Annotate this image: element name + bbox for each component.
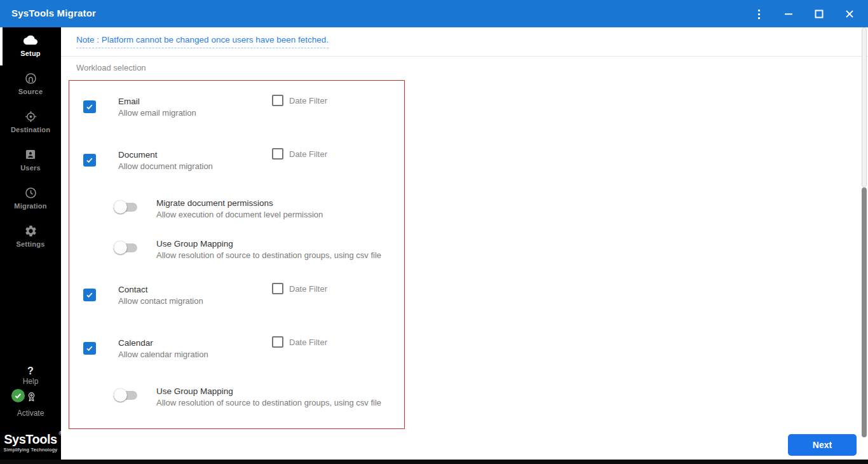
workload-description: Allow calendar migration bbox=[118, 350, 208, 360]
logo-tagline: Simplifying Technology bbox=[0, 447, 61, 453]
sidebar-item-help[interactable]: ? Help bbox=[0, 365, 61, 386]
platform-note: Note : Platform cannot be changed once u… bbox=[76, 35, 329, 48]
sidebar-item-label: Setup bbox=[20, 50, 41, 57]
window-bottom-edge bbox=[0, 460, 868, 464]
check-icon bbox=[85, 156, 94, 165]
workload-title: Contact bbox=[118, 285, 203, 295]
sidebar-item-users[interactable]: Users bbox=[0, 142, 61, 180]
maximize-icon bbox=[815, 10, 824, 18]
contact-date-filter-checkbox[interactable] bbox=[272, 283, 283, 294]
toggle-knob bbox=[114, 388, 127, 402]
sidebar-item-label: Users bbox=[20, 164, 41, 172]
divider bbox=[61, 56, 868, 57]
scrollbar-track[interactable] bbox=[862, 188, 867, 437]
close-icon bbox=[845, 10, 854, 18]
active-indicator bbox=[0, 27, 3, 65]
maximize-button[interactable] bbox=[810, 5, 828, 23]
sidebar-item-migration[interactable]: Migration bbox=[0, 180, 61, 218]
minimize-button[interactable] bbox=[780, 5, 797, 23]
date-filter-label: Date Filter bbox=[289, 284, 327, 294]
date-filter-label: Date Filter bbox=[289, 149, 327, 159]
next-button[interactable]: Next bbox=[788, 434, 857, 456]
source-circle-icon bbox=[24, 71, 37, 85]
workload-row-document: Document Allow document migration Date F… bbox=[69, 150, 404, 178]
sidebar-item-label: Source bbox=[18, 88, 43, 95]
workload-row-calendar: Calendar Allow calendar migration Date F… bbox=[69, 338, 404, 366]
toggle-description: Allow resolution of source to destinatio… bbox=[156, 398, 381, 408]
check-icon bbox=[85, 102, 94, 111]
activate-label: Activate bbox=[0, 409, 61, 418]
contact-checkbox[interactable] bbox=[83, 289, 96, 301]
document-date-filter-checkbox[interactable] bbox=[272, 148, 283, 160]
toggle-knob bbox=[114, 241, 127, 254]
kebab-menu-icon bbox=[758, 10, 760, 19]
document-group-mapping-toggle[interactable] bbox=[114, 241, 140, 255]
green-check-icon bbox=[11, 388, 25, 406]
email-date-filter-checkbox[interactable] bbox=[272, 95, 283, 106]
workload-title: Calendar bbox=[118, 338, 208, 348]
toggle-description: Allow resolution of source to destinatio… bbox=[156, 250, 381, 261]
scrollbar bbox=[862, 27, 867, 460]
date-filter-label: Date Filter bbox=[289, 96, 327, 106]
toggle-row-calendar-group-mapping: Use Group Mapping Allow resolution of so… bbox=[69, 386, 404, 414]
calendar-group-mapping-toggle[interactable] bbox=[114, 388, 140, 402]
calendar-date-filter-checkbox[interactable] bbox=[272, 336, 283, 348]
workload-selection-box: Email Allow email migration Date Filter … bbox=[69, 80, 405, 429]
sidebar-item-label: Settings bbox=[17, 240, 45, 248]
workload-selection-label: Workload selection bbox=[76, 63, 146, 72]
gear-icon bbox=[24, 224, 37, 238]
question-mark-icon: ? bbox=[0, 365, 61, 377]
user-badge-icon bbox=[24, 147, 37, 161]
check-icon bbox=[85, 344, 94, 353]
toggle-description: Allow execution of document level permis… bbox=[156, 210, 323, 220]
logo-text: SysTools® bbox=[4, 432, 57, 447]
toggle-title: Use Group Mapping bbox=[156, 239, 381, 249]
toggle-title: Migrate document permissions bbox=[156, 198, 323, 208]
minimize-icon bbox=[784, 10, 793, 18]
window-title: SysTools Migrator bbox=[11, 8, 96, 18]
toggle-knob bbox=[114, 200, 127, 214]
scrollbar-thumb[interactable] bbox=[862, 27, 867, 188]
sidebar-item-source[interactable]: Source bbox=[0, 65, 61, 104]
workload-description: Allow contact migration bbox=[118, 296, 203, 306]
workload-description: Allow email migration bbox=[118, 108, 196, 118]
medal-icon bbox=[25, 391, 37, 407]
sidebar-item-label: Migration bbox=[14, 202, 46, 210]
check-icon bbox=[85, 290, 94, 299]
app-window: SysTools Migrator Setup bbox=[0, 0, 868, 464]
toggle-title: Use Group Mapping bbox=[156, 386, 381, 397]
close-button[interactable] bbox=[841, 5, 858, 23]
toggle-row-document-group-mapping: Use Group Mapping Allow resolution of so… bbox=[69, 239, 404, 267]
workload-title: Email bbox=[118, 97, 196, 107]
migrate-permissions-toggle[interactable] bbox=[114, 200, 140, 214]
main-content: Note : Platform cannot be changed once u… bbox=[61, 27, 868, 460]
sidebar-item-label: Destination bbox=[11, 126, 50, 133]
workload-description: Allow document migration bbox=[118, 161, 213, 172]
toggle-row-migrate-permissions: Migrate document permissions Allow execu… bbox=[69, 198, 404, 226]
clock-icon bbox=[24, 186, 37, 200]
titlebar: SysTools Migrator bbox=[0, 0, 868, 27]
email-checkbox[interactable] bbox=[83, 100, 96, 113]
workload-row-contact: Contact Allow contact migration Date Fil… bbox=[69, 285, 404, 313]
date-filter-label: Date Filter bbox=[289, 338, 327, 347]
sidebar-item-settings[interactable]: Settings bbox=[0, 218, 61, 256]
sidebar-item-activate[interactable]: Activate bbox=[0, 387, 61, 418]
cloud-icon bbox=[24, 33, 37, 47]
systools-logo: SysTools® Simplifying Technology bbox=[0, 432, 61, 453]
document-checkbox[interactable] bbox=[83, 154, 96, 167]
sidebar-item-destination[interactable]: Destination bbox=[0, 104, 61, 142]
sidebar: Setup Source Destination bbox=[0, 27, 61, 460]
sidebar-item-setup[interactable]: Setup bbox=[0, 27, 61, 65]
menu-button[interactable] bbox=[750, 5, 768, 23]
workload-title: Document bbox=[118, 150, 213, 160]
target-icon bbox=[24, 109, 37, 123]
calendar-checkbox[interactable] bbox=[83, 342, 96, 355]
help-label: Help bbox=[0, 377, 61, 386]
workload-row-email: Email Allow email migration Date Filter bbox=[69, 97, 404, 125]
